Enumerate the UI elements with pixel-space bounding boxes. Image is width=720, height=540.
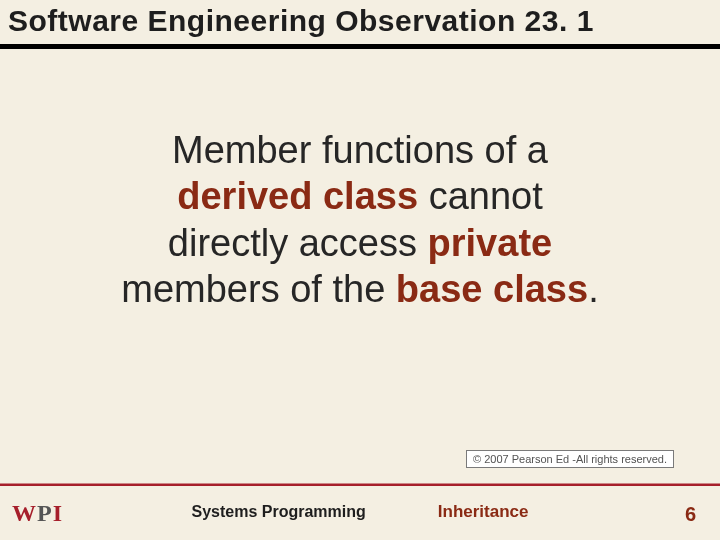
body-tail: .: [588, 268, 599, 310]
footer: WPI: [0, 484, 720, 540]
logo-letter-w: W: [12, 500, 35, 527]
keyword-derived-class: derived class: [177, 175, 418, 217]
keyword-private: private: [428, 222, 553, 264]
body-line4-pre: members of the: [121, 268, 396, 310]
body-line1: Member functions of a: [172, 129, 548, 171]
body-text: Member functions of a derived class cann…: [28, 127, 692, 312]
slide-title: Software Engineering Observation 23. 1: [8, 4, 712, 38]
logo-letter-p: P: [37, 500, 51, 527]
body-line3-pre: directly access: [168, 222, 428, 264]
slide-body: Member functions of a derived class cann…: [0, 49, 720, 312]
page-number: 6: [685, 503, 696, 526]
title-bar: Software Engineering Observation 23. 1: [0, 0, 720, 44]
keyword-base-class: base class: [396, 268, 588, 310]
copyright-notice: © 2007 Pearson Ed -All rights reserved.: [466, 450, 674, 468]
logo-letter-i: I: [53, 500, 61, 527]
body-line2-mid: cannot: [418, 175, 543, 217]
wpi-logo: WPI: [12, 500, 61, 527]
